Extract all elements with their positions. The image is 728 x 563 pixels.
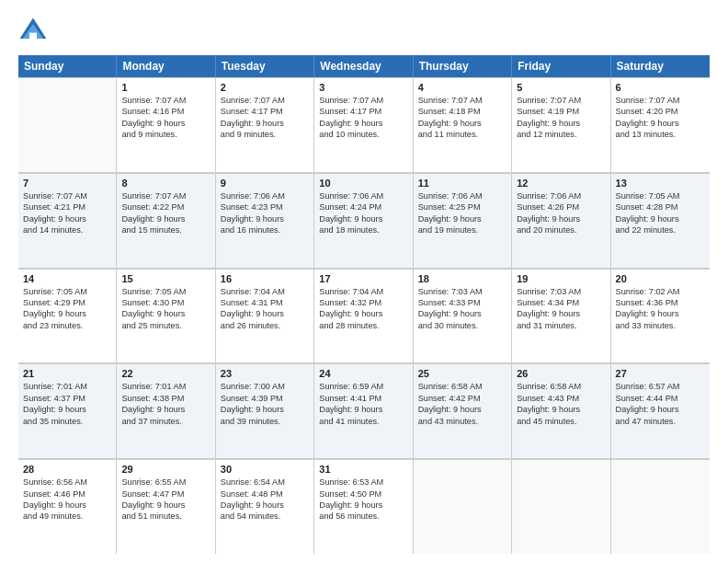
day-info-line: and 54 minutes. <box>221 511 309 522</box>
logo <box>18 17 51 46</box>
day-info-line: Sunrise: 6:54 AM <box>221 477 309 488</box>
calendar-cell <box>611 459 710 554</box>
day-info-line: Sunset: 4:43 PM <box>517 393 605 404</box>
calendar-cell: 21Sunrise: 7:01 AMSunset: 4:37 PMDayligh… <box>18 363 117 458</box>
day-number: 29 <box>121 464 210 475</box>
day-info-line: Daylight: 9 hours <box>221 500 309 511</box>
calendar-week-4: 28Sunrise: 6:56 AMSunset: 4:46 PMDayligh… <box>18 459 710 554</box>
calendar-cell: 7Sunrise: 7:07 AMSunset: 4:21 PMDaylight… <box>18 173 117 268</box>
day-info-line: Daylight: 9 hours <box>121 404 210 415</box>
day-info-line: and 51 minutes. <box>121 511 210 522</box>
day-info-line: Sunset: 4:37 PM <box>23 393 111 404</box>
day-info-line: Sunrise: 6:59 AM <box>319 381 407 392</box>
day-number: 27 <box>616 368 705 379</box>
calendar-header: SundayMondayTuesdayWednesdayThursdayFrid… <box>18 55 710 77</box>
day-info-line: Daylight: 9 hours <box>121 118 210 129</box>
calendar-cell: 3Sunrise: 7:07 AMSunset: 4:17 PMDaylight… <box>314 77 413 172</box>
day-info-line: and 23 minutes. <box>23 320 111 331</box>
day-info-line: Daylight: 9 hours <box>221 404 309 415</box>
day-info-line: and 39 minutes. <box>221 416 309 427</box>
day-info-line: and 47 minutes. <box>616 416 705 427</box>
day-info-line: Sunrise: 7:07 AM <box>23 190 111 201</box>
calendar-cell: 30Sunrise: 6:54 AMSunset: 4:48 PMDayligh… <box>216 459 314 554</box>
day-info-line: Sunrise: 6:58 AM <box>517 381 605 392</box>
day-info-line: Sunset: 4:26 PM <box>517 201 605 213</box>
calendar-cell: 9Sunrise: 7:06 AMSunset: 4:23 PMDaylight… <box>216 173 314 268</box>
day-number: 11 <box>418 178 506 189</box>
header <box>18 17 710 46</box>
day-info-line: Sunset: 4:30 PM <box>121 297 210 308</box>
day-info-line: and 14 minutes. <box>23 224 111 236</box>
day-info-line: Sunset: 4:33 PM <box>418 297 506 308</box>
day-number: 9 <box>221 178 309 189</box>
day-info-line: Sunset: 4:24 PM <box>319 201 407 213</box>
day-number: 16 <box>221 273 309 284</box>
calendar-cell: 6Sunrise: 7:07 AMSunset: 4:20 PMDaylight… <box>611 77 710 172</box>
day-info-line: and 13 minutes. <box>616 129 705 140</box>
calendar-cell: 5Sunrise: 7:07 AMSunset: 4:19 PMDaylight… <box>512 77 610 172</box>
day-info-line: Sunset: 4:23 PM <box>221 201 309 213</box>
day-number: 13 <box>616 178 705 189</box>
day-info-line: Sunset: 4:34 PM <box>517 297 605 308</box>
day-info-line: Sunrise: 7:07 AM <box>418 95 506 106</box>
day-info-line: Daylight: 9 hours <box>616 213 705 224</box>
day-info-line: Daylight: 9 hours <box>221 118 309 129</box>
calendar-body: 1Sunrise: 7:07 AMSunset: 4:16 PMDaylight… <box>18 77 710 554</box>
day-number: 28 <box>23 464 111 475</box>
day-info-line: Sunrise: 7:07 AM <box>616 95 705 106</box>
day-info-line: Sunset: 4:44 PM <box>616 393 705 404</box>
calendar-cell: 17Sunrise: 7:04 AMSunset: 4:32 PMDayligh… <box>314 269 413 363</box>
calendar-cell: 29Sunrise: 6:55 AMSunset: 4:47 PMDayligh… <box>117 459 215 554</box>
day-number: 2 <box>221 82 309 93</box>
day-info-line: Daylight: 9 hours <box>319 500 407 511</box>
day-info-line: Daylight: 9 hours <box>418 213 506 224</box>
day-info-line: Sunrise: 7:03 AM <box>418 286 506 297</box>
day-info-line: Sunrise: 7:06 AM <box>319 190 407 201</box>
day-info-line: and 41 minutes. <box>319 416 407 427</box>
day-number: 5 <box>517 82 605 93</box>
day-info-line: Sunrise: 7:01 AM <box>23 381 111 392</box>
day-info-line: Sunrise: 7:04 AM <box>319 286 407 297</box>
day-info-line: Sunset: 4:16 PM <box>121 106 210 117</box>
day-info-line: Daylight: 9 hours <box>23 500 111 511</box>
page: SundayMondayTuesdayWednesdayThursdayFrid… <box>0 0 728 563</box>
day-info-line: Sunrise: 7:02 AM <box>616 286 705 297</box>
day-info-line: Sunset: 4:47 PM <box>121 488 210 500</box>
calendar-cell: 2Sunrise: 7:07 AMSunset: 4:17 PMDaylight… <box>216 77 314 172</box>
calendar-cell: 22Sunrise: 7:01 AMSunset: 4:38 PMDayligh… <box>117 363 215 458</box>
day-info-line: Sunset: 4:36 PM <box>616 297 705 308</box>
day-info-line: Daylight: 9 hours <box>23 404 111 415</box>
day-info-line: and 45 minutes. <box>517 416 605 427</box>
day-info-line: and 16 minutes. <box>221 224 309 236</box>
day-info-line: Sunset: 4:29 PM <box>23 297 111 308</box>
day-info-line: Sunrise: 7:07 AM <box>121 95 210 106</box>
day-info-line: and 11 minutes. <box>418 129 506 140</box>
day-info-line: Sunset: 4:17 PM <box>221 106 309 117</box>
day-number: 30 <box>221 464 309 475</box>
day-info-line: Daylight: 9 hours <box>121 308 210 319</box>
day-number: 12 <box>517 178 605 189</box>
day-info-line: Sunset: 4:17 PM <box>319 106 407 117</box>
header-day-wednesday: Wednesday <box>314 55 413 77</box>
day-info-line: Daylight: 9 hours <box>121 500 210 511</box>
day-number: 23 <box>221 368 309 379</box>
day-info-line: Sunrise: 7:04 AM <box>221 286 309 297</box>
calendar-cell <box>18 77 117 172</box>
day-number: 18 <box>418 273 506 284</box>
day-info-line: Sunset: 4:48 PM <box>221 488 309 500</box>
svg-rect-2 <box>29 33 37 39</box>
day-info-line: Sunset: 4:22 PM <box>121 201 210 213</box>
header-day-thursday: Thursday <box>414 55 512 77</box>
day-number: 20 <box>616 273 705 284</box>
calendar-cell: 10Sunrise: 7:06 AMSunset: 4:24 PMDayligh… <box>314 173 413 268</box>
day-info-line: Daylight: 9 hours <box>418 118 506 129</box>
day-info-line: and 9 minutes. <box>121 129 210 140</box>
day-info-line: and 18 minutes. <box>319 224 407 236</box>
day-info-line: and 33 minutes. <box>616 320 705 331</box>
calendar-cell: 11Sunrise: 7:06 AMSunset: 4:25 PMDayligh… <box>414 173 512 268</box>
day-info-line: and 19 minutes. <box>418 224 506 236</box>
calendar-cell: 23Sunrise: 7:00 AMSunset: 4:39 PMDayligh… <box>216 363 314 458</box>
header-day-friday: Friday <box>512 55 610 77</box>
day-info-line: and 15 minutes. <box>121 224 210 236</box>
day-info-line: Sunrise: 7:06 AM <box>517 190 605 201</box>
